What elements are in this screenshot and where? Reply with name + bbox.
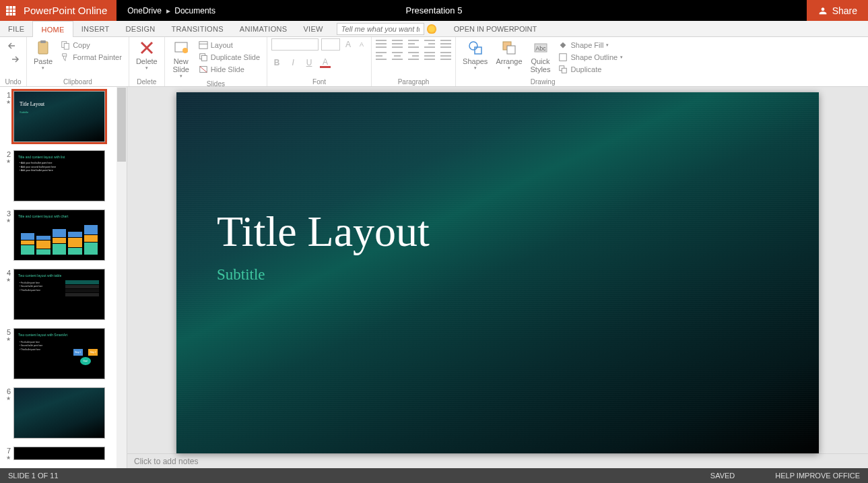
breadcrumb-folder[interactable]: Documents bbox=[174, 6, 215, 15]
line-spacing-button[interactable] bbox=[440, 52, 451, 60]
slide-thumb-5[interactable]: 5★ Two content layout with SmartArt • Fi… bbox=[0, 324, 127, 383]
tab-design[interactable]: DESIGN bbox=[118, 21, 164, 36]
notes-area[interactable]: Click to add notes bbox=[127, 453, 868, 469]
svg-rect-15 bbox=[507, 46, 515, 54]
group-undo: Undo bbox=[0, 37, 27, 86]
tell-me-search[interactable] bbox=[337, 21, 436, 36]
slide-subtitle-text[interactable]: Subtitle bbox=[217, 266, 265, 284]
slide-panel-scrollbar[interactable] bbox=[116, 87, 127, 468]
breadcrumb[interactable]: OneDrive ▸ Documents bbox=[116, 6, 215, 15]
increase-font-button[interactable]: A bbox=[343, 39, 354, 50]
bullets-button[interactable] bbox=[376, 40, 387, 48]
tab-transitions[interactable]: TRANSITIONS bbox=[164, 21, 232, 36]
tab-file[interactable]: FILE bbox=[0, 21, 32, 36]
shapes-button[interactable]: Shapes ▾ bbox=[460, 38, 490, 72]
new-slide-button[interactable]: New Slide ▾ bbox=[169, 38, 193, 80]
slide-canvas-wrap: Title Layout Subtitle bbox=[127, 87, 868, 453]
quick-styles-button[interactable]: Abc Quick Styles bbox=[528, 38, 554, 75]
slide-thumb-4[interactable]: 4★ Two content layout with table • First… bbox=[0, 265, 127, 324]
layout-button[interactable]: Layout bbox=[196, 40, 263, 51]
arrange-button[interactable]: Arrange ▾ bbox=[493, 38, 525, 72]
group-paragraph: Paragraph bbox=[372, 37, 456, 86]
app-launcher-button[interactable] bbox=[0, 0, 21, 21]
decrease-font-button[interactable]: A bbox=[356, 39, 367, 50]
paste-icon bbox=[35, 40, 51, 56]
scrollbar-thumb[interactable] bbox=[117, 88, 126, 162]
workspace: 1★ Title LayoutSubtitle 2★ Title and con… bbox=[0, 87, 868, 468]
group-paragraph-label: Paragraph bbox=[376, 78, 451, 86]
status-saved: SAVED bbox=[710, 472, 735, 480]
svg-rect-20 bbox=[562, 68, 567, 73]
group-drawing: Shapes ▾ Arrange ▾ Abc Quick Styles Shap… bbox=[456, 37, 630, 86]
hide-slide-button[interactable]: Hide Slide bbox=[196, 64, 263, 75]
decrease-indent-button[interactable] bbox=[408, 40, 419, 48]
breadcrumb-root[interactable]: OneDrive bbox=[127, 6, 162, 15]
share-button[interactable]: Share bbox=[807, 0, 868, 21]
app-name: PowerPoint Online bbox=[21, 0, 116, 21]
justify-button[interactable] bbox=[424, 52, 435, 60]
redo-icon[interactable] bbox=[7, 55, 20, 64]
paste-button[interactable]: Paste ▾ bbox=[31, 38, 55, 72]
status-help-link[interactable]: HELP IMPROVE OFFICE bbox=[775, 472, 860, 480]
format-painter-button[interactable]: Format Painter bbox=[58, 52, 125, 63]
undo-icon[interactable] bbox=[7, 41, 20, 51]
svg-rect-3 bbox=[64, 43, 69, 49]
italic-button[interactable]: I bbox=[288, 57, 298, 68]
duplicate-slide-icon bbox=[199, 53, 208, 62]
svg-rect-6 bbox=[199, 42, 207, 49]
align-right-button[interactable] bbox=[408, 52, 419, 60]
slide-canvas[interactable]: Title Layout Subtitle bbox=[176, 92, 819, 453]
copy-button[interactable]: Copy bbox=[58, 40, 125, 51]
svg-rect-1 bbox=[40, 40, 46, 43]
share-icon bbox=[817, 5, 828, 16]
status-slide-position[interactable]: SLIDE 1 OF 11 bbox=[8, 472, 59, 480]
animation-star-icon: ★ bbox=[3, 158, 11, 164]
open-in-powerpoint-button[interactable]: OPEN IN POWERPOINT bbox=[448, 21, 542, 36]
font-size-select[interactable] bbox=[321, 38, 340, 51]
tab-insert[interactable]: INSERT bbox=[73, 21, 118, 36]
presentation-title[interactable]: Presentation 5 bbox=[406, 5, 463, 15]
layout-icon bbox=[199, 40, 208, 50]
shape-fill-button[interactable]: Shape Fill▾ bbox=[556, 40, 626, 51]
increase-indent-button[interactable] bbox=[424, 40, 435, 48]
font-color-button[interactable]: A bbox=[320, 57, 331, 68]
tab-animations[interactable]: ANIMATIONS bbox=[232, 21, 296, 36]
slide-thumb-1[interactable]: 1★ Title LayoutSubtitle bbox=[0, 87, 127, 146]
tab-home[interactable]: HOME bbox=[32, 21, 73, 37]
svg-point-12 bbox=[469, 42, 477, 50]
group-delete-label: Delete bbox=[133, 78, 160, 86]
slide-title-text[interactable]: Title Layout bbox=[217, 207, 430, 257]
shape-fill-icon bbox=[558, 40, 568, 50]
group-clipboard: Paste ▾ Copy Format Painter Clipboard bbox=[27, 37, 129, 86]
group-undo-label: Undo bbox=[4, 78, 22, 86]
copy-icon bbox=[61, 40, 70, 50]
svg-rect-9 bbox=[201, 55, 207, 61]
bold-button[interactable]: B bbox=[271, 57, 282, 68]
align-left-button[interactable] bbox=[376, 52, 387, 60]
font-name-select[interactable] bbox=[271, 38, 319, 51]
slide-panel[interactable]: 1★ Title LayoutSubtitle 2★ Title and con… bbox=[0, 87, 127, 468]
slide-thumb-2[interactable]: 2★ Title and content layout with list• A… bbox=[0, 146, 127, 205]
shape-outline-button[interactable]: Shape Outline▾ bbox=[556, 52, 626, 63]
slide-thumb-7[interactable]: 7★ bbox=[0, 443, 127, 465]
numbering-button[interactable] bbox=[392, 40, 403, 48]
smartart-thumbnail: Step 1 Step 2 Goal bbox=[73, 344, 98, 365]
ribbon: Undo Paste ▾ Copy Format Painter Clipboa… bbox=[0, 37, 868, 87]
tell-me-input[interactable] bbox=[337, 23, 424, 35]
svg-rect-13 bbox=[475, 47, 481, 54]
status-bar: SLIDE 1 OF 11 SAVED HELP IMPROVE OFFICE bbox=[0, 468, 868, 483]
tab-view[interactable]: VIEW bbox=[295, 21, 331, 36]
animation-star-icon: ★ bbox=[3, 99, 11, 105]
align-center-button[interactable] bbox=[392, 52, 403, 60]
hide-slide-icon bbox=[199, 65, 208, 74]
slide-thumb-3[interactable]: 3★ Title and content layout with chart bbox=[0, 205, 127, 265]
svg-line-11 bbox=[199, 67, 207, 73]
underline-button[interactable]: U bbox=[304, 57, 314, 68]
duplicate-slide-button[interactable]: Duplicate Slide bbox=[196, 52, 263, 63]
text-direction-button[interactable] bbox=[440, 40, 451, 48]
delete-button[interactable]: Delete ▾ bbox=[133, 38, 160, 72]
arrange-icon bbox=[501, 40, 517, 56]
group-font: A A B I U A Font bbox=[267, 37, 372, 86]
slide-thumb-6[interactable]: 6★ bbox=[0, 383, 127, 443]
duplicate-shape-button[interactable]: Duplicate bbox=[556, 64, 626, 75]
